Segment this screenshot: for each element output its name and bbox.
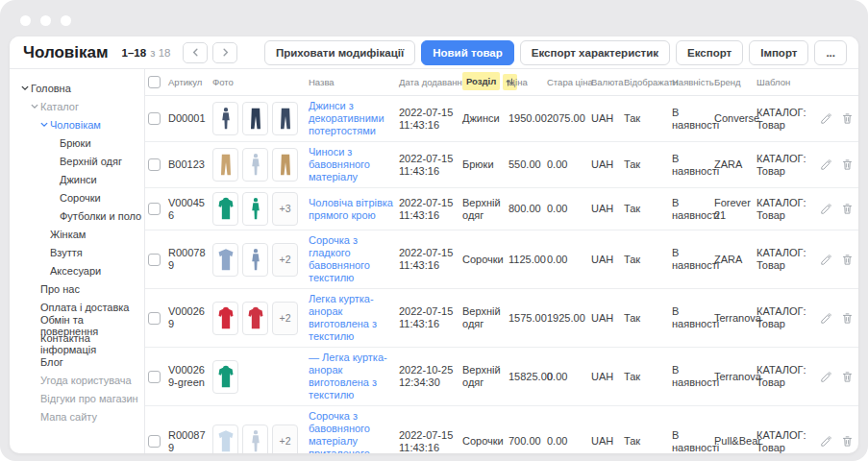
column-header-currency[interactable]: Валюта: [591, 76, 624, 88]
sidebar-item-trousers[interactable]: Брюки: [10, 133, 144, 152]
more-photos-badge[interactable]: +3: [272, 192, 298, 226]
sidebar-item-shirts[interactable]: Сорочки: [10, 188, 144, 206]
delete-icon[interactable]: [841, 312, 854, 325]
product-template: КАТАЛОГ:Товар: [756, 305, 812, 330]
export-button[interactable]: Експорт: [676, 40, 743, 65]
product-photo[interactable]: [212, 425, 238, 453]
delete-icon[interactable]: [841, 254, 854, 266]
product-photo[interactable]: [212, 360, 238, 394]
export-attributes-button[interactable]: Експорт характеристик: [520, 40, 670, 65]
column-header-template[interactable]: Шаблон: [756, 76, 812, 88]
sidebar-item-shoes[interactable]: Взуття: [10, 243, 144, 261]
column-header-brand[interactable]: Бренд: [714, 76, 756, 88]
more-button[interactable]: ...: [814, 40, 847, 65]
column-header-name[interactable]: Назва: [309, 76, 399, 88]
delete-icon[interactable]: [841, 435, 854, 448]
window-dot-icon[interactable]: [61, 15, 71, 26]
more-photos-badge[interactable]: +2: [272, 243, 298, 277]
product-section: Верхній одяг: [462, 364, 508, 389]
product-photo[interactable]: [242, 192, 268, 226]
row-checkbox[interactable]: [148, 254, 161, 266]
sidebar-item-catalog[interactable]: Каталог: [10, 97, 144, 115]
prev-page-button[interactable]: [183, 42, 208, 63]
column-header-section[interactable]: Розділ: [462, 74, 508, 90]
product-name-link[interactable]: Сорочка з гладкого бавовняного текстилю: [309, 234, 370, 283]
product-section: Верхній одяг: [462, 197, 508, 222]
edit-icon[interactable]: [820, 112, 832, 125]
product-photo[interactable]: [242, 148, 268, 182]
product-name-link[interactable]: Чоловіча вітрівка прямого крою: [309, 197, 393, 221]
sidebar-item-blog[interactable]: Блог: [10, 352, 144, 371]
edit-icon[interactable]: [820, 203, 832, 215]
product-name-link[interactable]: Легка куртка-анорак виготовлена з тексти…: [309, 293, 377, 342]
product-photo[interactable]: [272, 102, 298, 135]
product-template: КАТАЛОГ:Товар: [756, 153, 812, 178]
sidebar-item-home[interactable]: Головна: [10, 79, 144, 97]
product-display-flag: Так: [624, 435, 672, 448]
product-name-link[interactable]: Чиноси з бавовняного матеріалу: [309, 146, 370, 182]
sidebar-item-jeans[interactable]: Джинси: [10, 170, 144, 188]
row-checkbox[interactable]: [148, 112, 161, 125]
product-price: 700.00: [508, 435, 547, 448]
product-photo[interactable]: [212, 302, 238, 335]
next-page-button[interactable]: [212, 42, 237, 63]
product-name-link[interactable]: — Легка куртка-анорак виготовлена з текс…: [309, 352, 387, 400]
delete-icon[interactable]: [841, 112, 854, 125]
column-header-display[interactable]: Відображати: [624, 76, 672, 88]
sidebar-item-men[interactable]: Чоловікам: [10, 115, 144, 133]
delete-icon[interactable]: [841, 158, 854, 171]
column-header-old-price[interactable]: Стара ціна: [547, 76, 591, 88]
delete-icon[interactable]: [841, 203, 854, 215]
product-name-link[interactable]: Джинси з декоративними потертостями: [309, 100, 384, 136]
product-name-link[interactable]: Сорочка з бавовняного матеріалу притален…: [309, 410, 370, 453]
more-photos-badge[interactable]: +2: [272, 425, 298, 453]
product-availability: В наявності: [672, 429, 714, 454]
column-header-sku[interactable]: Артикул: [168, 76, 212, 88]
sidebar-item-about[interactable]: Про нас: [10, 279, 144, 298]
select-all-checkbox[interactable]: [148, 76, 161, 88]
delete-icon[interactable]: [841, 371, 854, 383]
column-header-date[interactable]: Дата додавання: [399, 76, 462, 88]
sidebar-item-terms[interactable]: Угода користувача: [10, 371, 144, 389]
product-photo[interactable]: [242, 425, 268, 453]
row-checkbox[interactable]: [148, 312, 161, 325]
sidebar-item-tshirts-polo[interactable]: Футболки и поло: [10, 206, 144, 225]
more-photos-badge[interactable]: +2: [272, 302, 298, 335]
row-checkbox[interactable]: [148, 158, 161, 171]
new-product-button[interactable]: Новий товар: [421, 40, 514, 65]
window-dot-icon[interactable]: [20, 15, 31, 26]
column-header-photo[interactable]: Фото: [212, 76, 309, 88]
product-photo[interactable]: [212, 148, 238, 182]
product-photo[interactable]: [242, 102, 268, 135]
sidebar-item-accessories[interactable]: Аксесуари: [10, 261, 144, 279]
edit-icon[interactable]: [820, 371, 832, 383]
product-photo[interactable]: [242, 302, 268, 335]
edit-icon[interactable]: [820, 158, 832, 171]
row-checkbox[interactable]: [148, 435, 161, 448]
product-template-label: КАТАЛОГ:: [756, 247, 806, 259]
sidebar-item-women[interactable]: Жінкам: [10, 225, 144, 243]
sidebar-item-contacts[interactable]: Контактна інформація: [10, 334, 144, 352]
product-photo[interactable]: [212, 192, 238, 226]
product-brand: Converse: [714, 112, 756, 125]
product-photo[interactable]: [212, 102, 238, 135]
sidebar-item-reviews[interactable]: Відгуки про магазин: [10, 389, 144, 407]
column-header-price[interactable]: Ціна: [508, 76, 547, 88]
hide-modifications-button[interactable]: Приховати модифікації: [264, 40, 415, 65]
product-sku: R000879: [168, 429, 212, 454]
chevron-spacer: [31, 412, 40, 422]
sidebar-item-sitemap[interactable]: Мапа сайту: [10, 407, 144, 425]
edit-icon[interactable]: [820, 254, 832, 266]
row-checkbox[interactable]: [148, 203, 161, 215]
row-checkbox[interactable]: [148, 371, 161, 383]
edit-icon[interactable]: [820, 435, 832, 448]
edit-icon[interactable]: [820, 312, 832, 325]
sidebar-item-outerwear[interactable]: Верхній одяг: [10, 152, 144, 170]
column-header-availability[interactable]: Наявність: [672, 76, 714, 88]
column-header-section-label[interactable]: Розділ: [462, 72, 500, 90]
product-photo[interactable]: [242, 243, 268, 277]
product-photo[interactable]: [212, 243, 238, 277]
import-button[interactable]: Імпорт: [749, 40, 808, 65]
window-dot-icon[interactable]: [40, 15, 51, 26]
product-photo[interactable]: [272, 148, 298, 182]
